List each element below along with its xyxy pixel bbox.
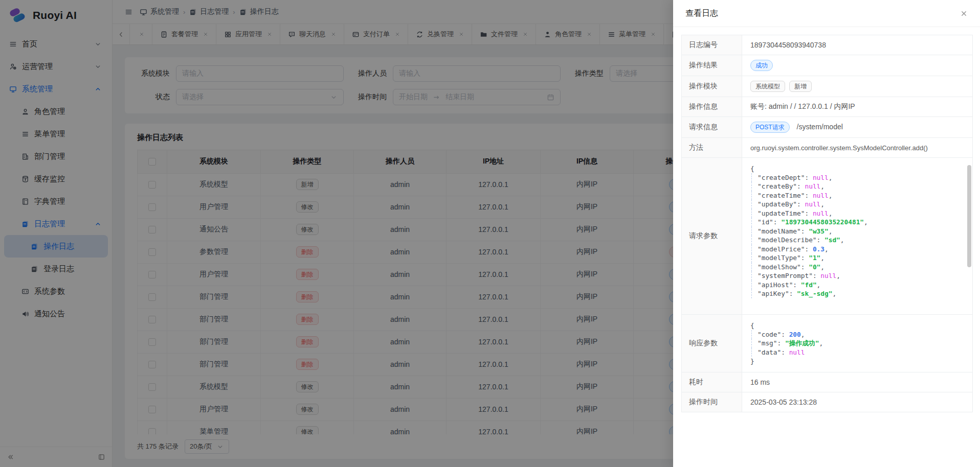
close-icon[interactable] bbox=[960, 10, 968, 17]
detail-row: 响应参数 {"code": 200,"msg": "操作成功","data": … bbox=[682, 315, 973, 372]
request-params-json: {"createDept": null,"createBy": null,"cr… bbox=[750, 164, 971, 308]
method-value: org.ruoyi.system.controller.system.SysMo… bbox=[742, 138, 973, 158]
operation-time-label: 操作时间 bbox=[682, 392, 742, 412]
result-label: 操作结果 bbox=[682, 55, 742, 76]
method-label: 方法 bbox=[682, 138, 742, 158]
response-params-json: {"code": 200,"msg": "操作成功","data": null} bbox=[750, 321, 964, 366]
module-tag: 新增 bbox=[789, 81, 812, 92]
operation-time-value: 2025-03-05 23:13:28 bbox=[742, 392, 973, 412]
log-detail-table: 日志编号 1897304458093940738 操作结果 成功 操作模块 系统… bbox=[681, 35, 973, 412]
module-label: 操作模块 bbox=[682, 76, 742, 97]
drawer-body: 日志编号 1897304458093940738 操作结果 成功 操作模块 系统… bbox=[673, 27, 980, 412]
detail-row: 操作信息 账号: admin / / 127.0.0.1 / 内网IP bbox=[682, 97, 973, 117]
detail-row: 请求信息 POST请求 /system/model bbox=[682, 117, 973, 138]
detail-row: 操作模块 系统模型新增 bbox=[682, 76, 973, 97]
request-label: 请求信息 bbox=[682, 117, 742, 138]
cost-value: 16 ms bbox=[742, 372, 973, 392]
app-root: Ruoyi AI 首页运营管理系统管理角色管理菜单管理部门管理缓存监控字典管理日… bbox=[0, 0, 980, 467]
request-url: /system/model bbox=[797, 123, 843, 131]
log-id-value: 1897304458093940738 bbox=[742, 35, 973, 55]
detail-row: 操作结果 成功 bbox=[682, 55, 973, 76]
detail-row: 操作时间 2025-03-05 23:13:28 bbox=[682, 392, 973, 412]
request-method-tag: POST请求 bbox=[750, 122, 790, 133]
response-params-label: 响应参数 bbox=[682, 315, 742, 372]
module-tags: 系统模型新增 bbox=[742, 76, 973, 97]
drawer-title: 查看日志 bbox=[685, 8, 718, 19]
module-tag: 系统模型 bbox=[750, 81, 785, 92]
info-label: 操作信息 bbox=[682, 97, 742, 117]
code-scrollbar-thumb[interactable] bbox=[967, 165, 971, 267]
drawer-header: 查看日志 bbox=[673, 0, 980, 27]
result-tag: 成功 bbox=[750, 60, 773, 71]
detail-row: 方法 org.ruoyi.system.controller.system.Sy… bbox=[682, 138, 973, 158]
info-value: 账号: admin / / 127.0.0.1 / 内网IP bbox=[742, 97, 973, 117]
request-params-label: 请求参数 bbox=[682, 158, 742, 315]
detail-row: 日志编号 1897304458093940738 bbox=[682, 35, 973, 55]
cost-label: 耗时 bbox=[682, 372, 742, 392]
view-log-drawer: 查看日志 日志编号 1897304458093940738 操作结果 成功 操作… bbox=[673, 0, 980, 467]
detail-row: 请求参数 {"createDept": null,"createBy": nul… bbox=[682, 158, 973, 315]
log-id-label: 日志编号 bbox=[682, 35, 742, 55]
detail-row: 耗时 16 ms bbox=[682, 372, 973, 392]
